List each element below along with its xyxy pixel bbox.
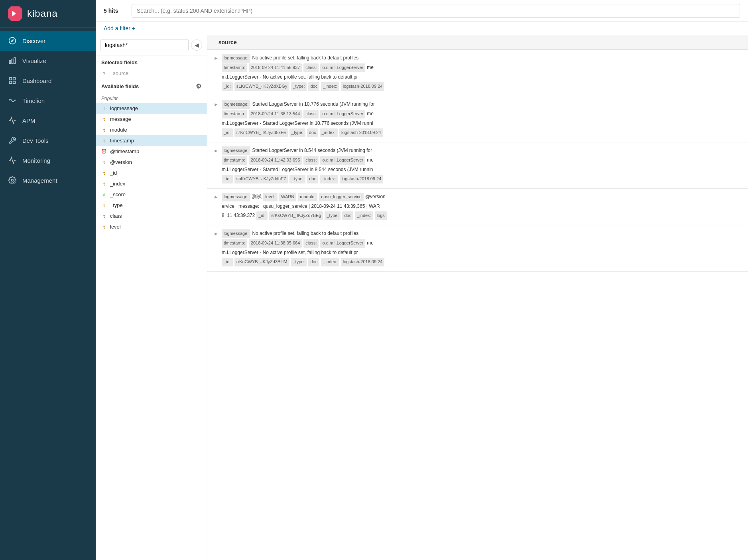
content-area: logstash* ◀ Selected fields ? _source Av… (96, 35, 748, 560)
topbar: 5 hits (96, 0, 748, 22)
left-panel: logstash* ◀ Selected fields ? _source Av… (96, 35, 207, 560)
field-module[interactable]: t module (96, 124, 207, 135)
table-row: ► logmessage: Started LoggerServer in 10… (207, 96, 748, 142)
field-type-text: t (101, 106, 107, 111)
apm-icon (8, 116, 17, 125)
svg-rect-7 (10, 81, 12, 84)
expand-arrow[interactable]: ► (214, 55, 218, 61)
sidebar-logo: kibana (0, 0, 96, 28)
collapse-sidebar-button[interactable]: ◀ (191, 39, 202, 51)
results-panel: _source ► logmessage: No active profile … (207, 35, 748, 560)
result-content: logmessage: No active profile set, falli… (222, 54, 742, 92)
result-content: logmessage: Started LoggerServer in 8.54… (222, 146, 742, 184)
field-score[interactable]: # _score (96, 189, 207, 200)
sidebar: kibana Discover Visualize Dashboard Time… (0, 0, 96, 560)
field-logmessage[interactable]: t logmessage (96, 103, 207, 114)
kibana-logo-text: kibana (27, 8, 58, 19)
sidebar-item-management[interactable]: Management (0, 170, 96, 190)
table-row: ► logmessage: No active profile set, fal… (207, 50, 748, 96)
sidebar-item-visualize[interactable]: Visualize (0, 51, 96, 71)
table-row: ► logmessage: No active profile set, fal… (207, 225, 748, 272)
compass-icon (8, 36, 17, 45)
add-filter-button[interactable]: Add a filter + (104, 25, 135, 32)
sidebar-item-devtools-label: Dev Tools (22, 137, 49, 144)
sidebar-item-monitoring-label: Monitoring (22, 157, 50, 164)
main-area: 5 hits Add a filter + logstash* ◀ Select… (96, 0, 748, 560)
result-content: logmessage: 测试 level: WARN module: qusu_… (222, 193, 742, 221)
svg-rect-5 (10, 78, 12, 80)
field-type-text: t (101, 203, 107, 208)
field-type-text: t (101, 170, 107, 176)
field-class[interactable]: t class (96, 211, 207, 221)
filterbar: Add a filter + (96, 22, 748, 35)
field-at-version[interactable]: t @version (96, 157, 207, 168)
field-type-field[interactable]: t _type (96, 200, 207, 211)
field-type-num: # (101, 192, 107, 197)
field-message[interactable]: t message (96, 114, 207, 124)
selected-fields-header: Selected fields (96, 55, 207, 68)
dashboard-icon (8, 76, 17, 85)
expand-arrow[interactable]: ► (214, 231, 218, 237)
field-at-timestamp[interactable]: ⏰ @timestamp (96, 146, 207, 157)
field-id[interactable]: t _id (96, 168, 207, 178)
index-pattern-select[interactable]: logstash* (100, 39, 189, 51)
result-content: logmessage: No active profile set, falli… (222, 229, 742, 267)
field-timestamp[interactable]: t timestamp (96, 135, 207, 146)
expand-arrow[interactable]: ► (214, 148, 218, 154)
index-selector: logstash* ◀ (96, 35, 207, 55)
field-index[interactable]: t _index (96, 178, 207, 189)
field-type-text: t (101, 213, 107, 219)
field-type-question: ? (101, 71, 107, 76)
kibana-logo-icon (8, 6, 22, 21)
field-type-text: t (101, 224, 107, 230)
sidebar-item-dashboard[interactable]: Dashboard (0, 71, 96, 91)
available-fields-gear-icon[interactable]: ⚙ (196, 83, 201, 90)
field-type-text: t (101, 138, 107, 144)
timelion-icon (8, 96, 17, 105)
svg-marker-1 (11, 39, 14, 42)
field-type-text: t (101, 160, 107, 165)
svg-point-9 (12, 179, 14, 181)
sidebar-item-visualize-label: Visualize (22, 57, 46, 64)
svg-rect-3 (12, 59, 13, 64)
hits-count: 5 hits (104, 8, 128, 14)
add-filter-label: Add a filter + (104, 25, 135, 32)
nav-items: Discover Visualize Dashboard Timelion AP… (0, 28, 96, 560)
sidebar-item-timelion-label: Timelion (22, 97, 45, 104)
bar-chart-icon (8, 56, 17, 65)
expand-arrow[interactable]: ► (214, 194, 218, 200)
sidebar-item-dashboard-label: Dashboard (22, 77, 51, 84)
field-type-clock: ⏰ (101, 149, 107, 154)
svg-rect-6 (13, 78, 16, 80)
sidebar-item-discover-label: Discover (22, 37, 45, 44)
wrench-icon (8, 136, 17, 145)
popular-label: Popular (96, 93, 207, 103)
selected-field-source[interactable]: ? _source (96, 68, 207, 79)
sidebar-item-apm-label: APM (22, 117, 35, 124)
svg-rect-4 (14, 58, 15, 64)
sidebar-item-management-label: Management (22, 177, 57, 184)
search-input[interactable] (132, 4, 740, 18)
svg-rect-8 (13, 81, 16, 84)
table-row: ► logmessage: 测试 level: WARN module: qus… (207, 189, 748, 225)
field-type-text: t (101, 116, 107, 122)
sidebar-item-monitoring[interactable]: Monitoring (0, 150, 96, 170)
gear-icon (8, 176, 17, 185)
result-content: logmessage: Started LoggerServer in 10.7… (222, 100, 742, 138)
source-column-header: _source (207, 35, 748, 50)
svg-rect-2 (10, 61, 11, 64)
field-type-text: t (101, 181, 107, 187)
monitoring-icon (8, 156, 17, 165)
sidebar-item-timelion[interactable]: Timelion (0, 91, 96, 110)
table-row: ► logmessage: Started LoggerServer in 8.… (207, 142, 748, 189)
field-type-text: t (101, 127, 107, 133)
available-fields-header: Available fields ⚙ (96, 79, 207, 93)
field-level[interactable]: t level (96, 221, 207, 232)
sidebar-item-apm[interactable]: APM (0, 110, 96, 130)
sidebar-item-devtools[interactable]: Dev Tools (0, 130, 96, 150)
field-name-source: _source (110, 70, 128, 76)
sidebar-item-discover[interactable]: Discover (0, 31, 96, 51)
expand-arrow[interactable]: ► (214, 102, 218, 107)
